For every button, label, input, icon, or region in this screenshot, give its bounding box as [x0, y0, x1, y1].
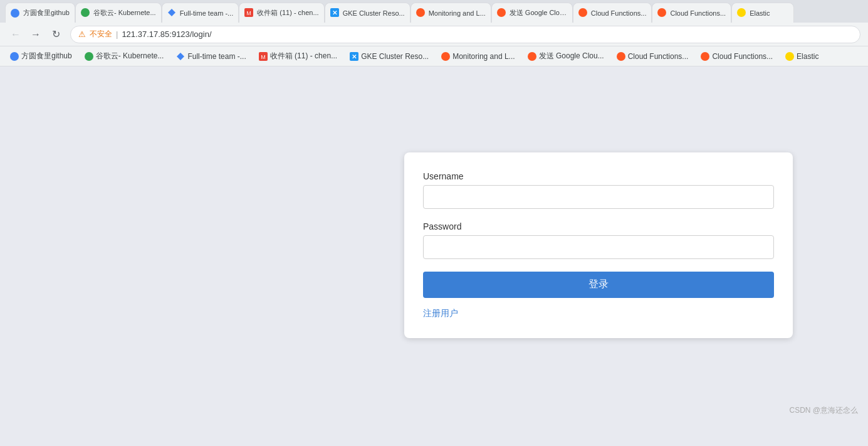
tab-6[interactable]: Monitoring and L...	[410, 3, 491, 23]
password-group: Password	[423, 221, 774, 259]
tabs-bar: 方圆食里github 谷歌云- Kubernete... Full-time t…	[0, 0, 868, 23]
bookmark-label-fanyuan: 方圆食里github	[21, 51, 72, 61]
security-label: 不安全	[90, 29, 112, 40]
tab-1[interactable]: 方圆食里github	[5, 3, 75, 23]
page-content: Username Password 登录 注册用户 CSDN @意海还念么	[0, 66, 868, 423]
tab-label-3: Full-time team -...	[180, 9, 234, 17]
tab-5[interactable]: ✕ GKE Cluster Reso...	[325, 3, 410, 23]
nav-bar: ← → ↻ ⚠ 不安全 | 121.37.17.85:9123/login/	[0, 23, 868, 46]
tab-label-2: 谷歌云- Kubernete...	[93, 8, 156, 18]
tab-favicon-1	[11, 9, 19, 18]
bookmark-inbox[interactable]: M 收件箱 (11) - chen...	[254, 48, 342, 64]
svg-point-20	[528, 52, 536, 61]
svg-text:M: M	[261, 54, 266, 60]
password-input[interactable]	[423, 235, 774, 259]
nav-buttons: ← → ↻	[8, 26, 64, 43]
svg-point-12	[10, 52, 19, 61]
bookmark-label-cloud-func1: Cloud Functions...	[628, 52, 689, 61]
bookmark-label-cloud-func2: Cloud Functions...	[712, 52, 773, 61]
bookmark-label-elastic: Elastic	[797, 52, 818, 61]
security-icon: ⚠	[78, 29, 86, 39]
svg-point-21	[617, 52, 625, 61]
password-label: Password	[423, 221, 774, 231]
svg-text:✕: ✕	[332, 9, 337, 16]
svg-point-22	[701, 52, 709, 61]
svg-marker-14	[177, 53, 184, 60]
tab-label-1: 方圆食里github	[23, 8, 70, 18]
username-group: Username	[423, 171, 774, 209]
username-input[interactable]	[423, 185, 774, 209]
bookmark-label-monitoring: Monitoring and L...	[452, 52, 515, 61]
tab-favicon-2	[81, 8, 90, 18]
tab-4[interactable]: M 收件箱 (11) - chen...	[239, 3, 324, 23]
bookmark-label-fulltime: Full-time team -...	[187, 52, 246, 61]
tab-label-4: 收件箱 (11) - chen...	[257, 8, 318, 18]
bookmark-fanyuan[interactable]: 方圆食里github	[5, 48, 77, 64]
login-card: Username Password 登录 注册用户	[404, 152, 793, 338]
svg-point-11	[737, 8, 746, 17]
tab-favicon-10	[737, 8, 746, 18]
tab-3[interactable]: Full-time team -...	[162, 3, 239, 23]
tab-favicon-8	[578, 8, 587, 18]
bookmark-label-send-gcloud: 发送 Google Clou...	[539, 51, 604, 61]
tab-7[interactable]: 发送 Google Clou...	[491, 3, 573, 23]
svg-point-10	[657, 8, 666, 17]
svg-point-23	[785, 52, 794, 61]
tab-favicon-6	[416, 8, 425, 18]
bookmark-gke[interactable]: ✕ GKE Cluster Reso...	[345, 50, 434, 63]
svg-marker-2	[168, 9, 175, 16]
bookmark-cloud-func2[interactable]: Cloud Functions...	[696, 50, 778, 63]
browser-chrome: 方圆食里github 谷歌云- Kubernete... Full-time t…	[0, 0, 868, 66]
tab-favicon-7	[497, 8, 506, 18]
svg-point-1	[81, 8, 90, 17]
back-button[interactable]: ←	[8, 26, 24, 43]
register-link[interactable]: 注册用户	[423, 308, 774, 319]
svg-text:✕: ✕	[352, 53, 357, 60]
bookmark-cloud-func1[interactable]: Cloud Functions...	[612, 50, 694, 63]
svg-point-0	[11, 9, 19, 18]
tab-2[interactable]: 谷歌云- Kubernete...	[75, 3, 162, 23]
watermark-text: CSDN @意海还念么	[789, 406, 858, 415]
forward-button[interactable]: →	[28, 26, 44, 43]
bookmark-monitoring[interactable]: Monitoring and L...	[436, 50, 520, 63]
bookmarks-bar: 方圆食里github 谷歌云- Kubernete... Full-time t…	[0, 46, 868, 66]
tab-label-6: Monitoring and L...	[429, 9, 486, 17]
tab-favicon-3	[167, 8, 176, 18]
svg-text:M: M	[246, 10, 251, 16]
tab-9[interactable]: Cloud Functions...	[652, 3, 731, 23]
svg-point-13	[85, 52, 93, 61]
tab-label-5: GKE Cluster Reso...	[343, 9, 405, 17]
tab-label-10: Elastic	[750, 9, 788, 17]
tab-label-7: 发送 Google Clou...	[510, 8, 567, 18]
bookmark-label-gke: GKE Cluster Reso...	[361, 52, 429, 61]
reload-button[interactable]: ↻	[48, 26, 64, 43]
bookmark-send-gcloud[interactable]: 发送 Google Clou...	[523, 48, 609, 64]
tab-10[interactable]: Elastic	[731, 3, 794, 23]
tab-favicon-9	[657, 8, 666, 18]
bookmark-fulltime[interactable]: Full-time team -...	[171, 50, 251, 63]
svg-point-8	[497, 8, 506, 17]
login-button[interactable]: 登录	[423, 272, 774, 298]
address-text: 121.37.17.85:9123/login/	[122, 29, 211, 39]
bookmark-elastic[interactable]: Elastic	[780, 50, 824, 63]
tab-favicon-4: M	[244, 8, 253, 18]
svg-point-9	[578, 8, 587, 17]
tab-label-9: Cloud Functions...	[670, 9, 726, 17]
bookmark-google-k8s[interactable]: 谷歌云- Kubernete...	[80, 48, 169, 64]
tab-favicon-5: ✕	[330, 8, 339, 18]
address-bar[interactable]: ⚠ 不安全 | 121.37.17.85:9123/login/	[70, 26, 860, 43]
watermark: CSDN @意海还念么	[789, 405, 858, 416]
tab-8[interactable]: Cloud Functions...	[573, 3, 652, 23]
tab-label-8: Cloud Functions...	[591, 9, 647, 17]
svg-point-7	[416, 8, 425, 17]
username-label: Username	[423, 171, 774, 181]
bookmark-label-inbox: 收件箱 (11) - chen...	[270, 51, 337, 61]
address-separator: |	[116, 29, 118, 39]
bookmark-label-google-k8s: 谷歌云- Kubernete...	[96, 51, 164, 61]
svg-point-19	[441, 52, 450, 61]
